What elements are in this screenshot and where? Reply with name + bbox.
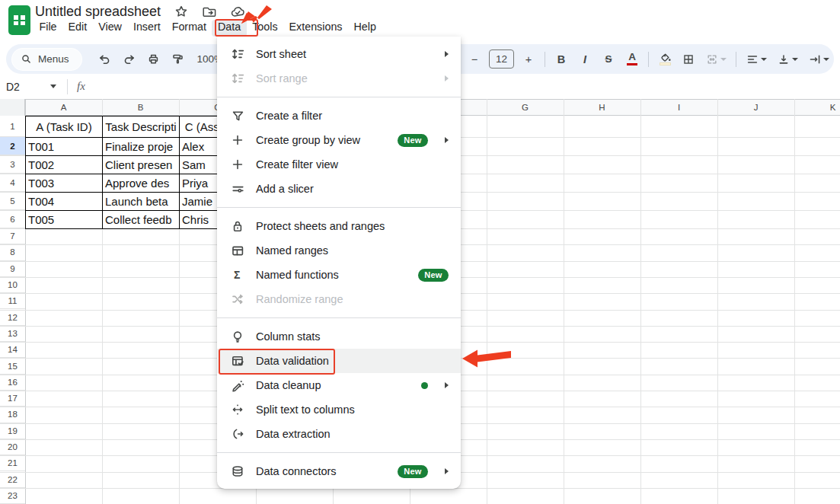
name-box-caret-icon[interactable]	[50, 85, 56, 88]
menu-item-create-filter-view[interactable]: Create filter view	[217, 152, 461, 177]
cell-A3[interactable]: T002	[26, 156, 103, 174]
sort-icon	[230, 46, 245, 62]
menu-item-named-ranges[interactable]: Named ranges	[217, 238, 461, 263]
menubar-item-file[interactable]: File	[34, 20, 62, 37]
menubar-item-tools[interactable]: Tools	[247, 20, 283, 37]
menu-item-data-connectors[interactable]: Data connectorsNew	[217, 459, 461, 483]
menu-item-data-extraction[interactable]: Data extraction	[217, 422, 461, 446]
menu-item-label: Randomize range	[256, 293, 449, 305]
fill-color-button[interactable]	[653, 48, 676, 71]
menu-item-data-validation[interactable]: Data validation	[217, 349, 461, 373]
cell-B6[interactable]: Collect feedb	[103, 211, 180, 229]
cell-B4[interactable]: Approve des	[103, 174, 180, 193]
undo-button[interactable]	[94, 48, 117, 71]
submenu-arrow-icon	[445, 137, 449, 143]
menu-item-split-text-to-columns[interactable]: Split text to columns	[217, 397, 461, 422]
row-header-8[interactable]: 8	[0, 244, 25, 260]
menubar-item-extensions[interactable]: Extensions	[283, 20, 348, 37]
row-header-12[interactable]: 12	[0, 310, 25, 326]
cell-B1[interactable]: Task Descripti	[103, 116, 180, 138]
row-header-18[interactable]: 18	[0, 407, 25, 423]
database-icon	[230, 464, 245, 479]
column-header-J[interactable]: J	[717, 99, 794, 116]
vertical-align-button[interactable]	[772, 48, 803, 71]
row-header-16[interactable]: 16	[0, 375, 25, 391]
menu-item-label: Sort range	[256, 72, 428, 85]
menus-search[interactable]: Menus	[12, 49, 81, 70]
column-header-K[interactable]: K	[794, 99, 840, 116]
italic-button[interactable]: I	[573, 48, 596, 71]
menubar-item-view[interactable]: View	[93, 20, 128, 37]
cell-B5[interactable]: Launch beta	[103, 193, 180, 211]
bold-button[interactable]: B	[550, 48, 573, 71]
decrease-font-button[interactable]: −	[463, 48, 486, 71]
row-header-11[interactable]: 11	[0, 293, 25, 309]
document-title[interactable]: Untitled spreadsheet	[35, 4, 161, 20]
horizontal-align-button[interactable]	[741, 48, 771, 71]
row-header-6[interactable]: 6	[0, 210, 25, 228]
menubar-item-insert[interactable]: Insert	[127, 20, 166, 37]
cell-A5[interactable]: T004	[26, 193, 103, 211]
row-header-9[interactable]: 9	[0, 261, 25, 277]
menu-item-add-a-slicer[interactable]: Add a slicer	[217, 177, 461, 201]
menu-item-protect-sheets-and-ranges[interactable]: Protect sheets and ranges	[217, 214, 461, 238]
row-header-1[interactable]: 1	[0, 116, 25, 137]
row-header-5[interactable]: 5	[0, 192, 25, 210]
redo-button[interactable]	[118, 48, 141, 71]
column-header-I[interactable]: I	[640, 99, 717, 116]
menu-item-create-a-filter[interactable]: Create a filter	[217, 104, 461, 128]
cloud-status-icon[interactable]	[230, 4, 245, 19]
menu-item-column-stats[interactable]: Column stats	[217, 324, 461, 349]
move-folder-icon[interactable]	[202, 4, 217, 19]
row-header-13[interactable]: 13	[0, 326, 25, 342]
increase-font-button[interactable]: +	[517, 48, 540, 71]
cell-B3[interactable]: Client presen	[103, 156, 180, 174]
row-header-15[interactable]: 15	[0, 358, 25, 374]
row-header-19[interactable]: 19	[0, 423, 25, 439]
font-size-input[interactable]: 12	[489, 49, 514, 69]
new-badge: New	[398, 465, 428, 478]
star-icon[interactable]	[174, 4, 189, 19]
row-header-14[interactable]: 14	[0, 342, 25, 358]
cell-A6[interactable]: T005	[26, 211, 103, 229]
row-header-20[interactable]: 20	[0, 439, 25, 455]
column-header-H[interactable]: H	[564, 99, 640, 116]
row-header-10[interactable]: 10	[0, 277, 25, 293]
menubar-item-edit[interactable]: Edit	[62, 20, 93, 37]
menu-item-named-functions[interactable]: ΣNamed functionsNew	[217, 263, 461, 287]
cell-B2[interactable]: Finalize proje	[103, 138, 180, 156]
sheets-logo	[8, 5, 30, 35]
menubar-item-format[interactable]: Format	[166, 20, 212, 37]
name-box[interactable]: D2	[6, 81, 50, 93]
row-header-7[interactable]: 7	[0, 228, 25, 244]
cell-A2[interactable]: T001	[26, 138, 103, 156]
menubar-item-data[interactable]: Data	[212, 20, 246, 37]
plus-icon	[230, 132, 245, 148]
paint-format-button[interactable]	[167, 48, 190, 71]
menubar-item-help[interactable]: Help	[348, 20, 382, 37]
menu-item-label: Sort sheet	[256, 48, 428, 60]
cell-A4[interactable]: T003	[26, 174, 103, 193]
row-header-4[interactable]: 4	[0, 174, 25, 192]
select-all-corner[interactable]	[0, 99, 25, 116]
column-header-G[interactable]: G	[487, 99, 564, 116]
print-button[interactable]	[142, 48, 165, 71]
row-header-2[interactable]: 2	[0, 137, 25, 155]
menu-item-data-cleanup[interactable]: Data cleanup	[217, 373, 461, 397]
row-header-17[interactable]: 17	[0, 391, 25, 407]
row-header-21[interactable]: 21	[0, 455, 25, 471]
menu-item-sort-sheet[interactable]: Sort sheet	[217, 42, 461, 66]
menu-item-label: Data validation	[256, 355, 449, 367]
borders-button[interactable]	[677, 48, 700, 71]
cell-A1[interactable]: A (Task ID)	[26, 116, 103, 138]
column-header-B[interactable]: B	[102, 99, 179, 116]
menu-item-create-group-by-view[interactable]: Create group by viewNew	[217, 128, 461, 152]
text-color-button[interactable]: A	[621, 48, 644, 71]
text-wrap-button[interactable]	[803, 48, 834, 71]
column-header-A[interactable]: A	[25, 99, 102, 116]
row-header-3[interactable]: 3	[0, 155, 25, 174]
row-header-23[interactable]: 23	[0, 488, 25, 504]
text-rotation-button[interactable]: A	[835, 48, 840, 71]
strikethrough-button[interactable]: S	[597, 48, 620, 71]
row-header-22[interactable]: 22	[0, 472, 25, 488]
